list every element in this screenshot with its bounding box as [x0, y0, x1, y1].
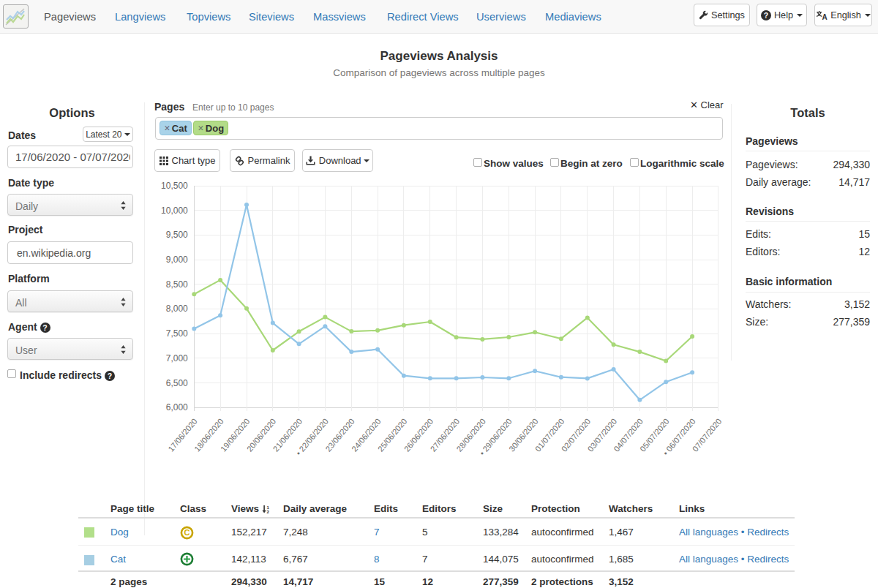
- svg-text:1: 1: [266, 505, 269, 510]
- svg-text:9,500: 9,500: [166, 230, 188, 240]
- svg-text:8,500: 8,500: [166, 279, 188, 290]
- svg-text:7,500: 7,500: [166, 328, 188, 339]
- svg-text:9,000: 9,000: [166, 255, 188, 265]
- svg-text:8,000: 8,000: [166, 304, 188, 314]
- svg-text:7,000: 7,000: [166, 353, 188, 363]
- svg-text:2: 2: [266, 510, 269, 513]
- svg-text:6,500: 6,500: [166, 378, 188, 388]
- svg-text:10,500: 10,500: [161, 181, 188, 191]
- svg-text:10,000: 10,000: [161, 206, 188, 216]
- svg-text:A: A: [822, 13, 828, 20]
- svg-text:C: C: [184, 528, 190, 537]
- svg-text:6,000: 6,000: [166, 402, 188, 412]
